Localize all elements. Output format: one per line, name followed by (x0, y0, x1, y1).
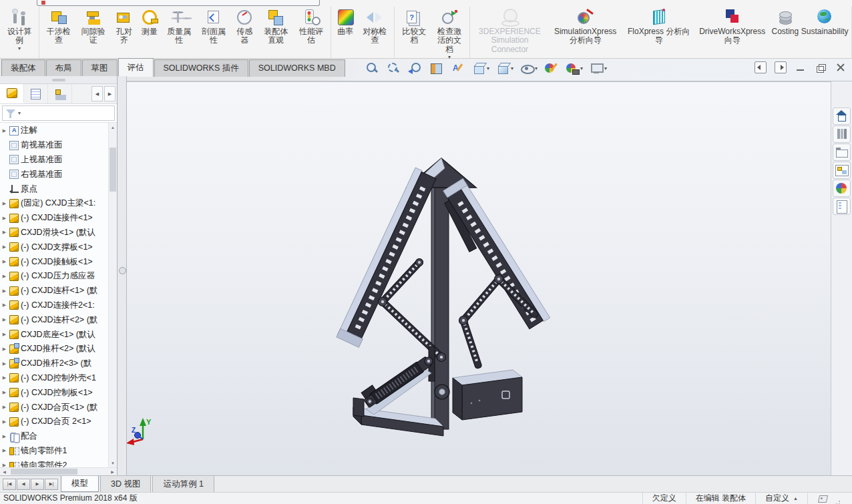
expand-arrow-icon[interactable]: ▶ (1, 288, 7, 294)
previous-tab-button[interactable]: ◀ (17, 479, 30, 490)
tag-icon[interactable] (817, 495, 828, 503)
expand-arrow-icon[interactable]: ▶ (1, 434, 7, 439)
simulationxpress-wizard-button[interactable]: SimulationXpress 分析向导 (548, 7, 623, 52)
tree-item[interactable]: ▶ (-) CXJD支撑板<1> (1, 240, 108, 254)
measure-button[interactable]: 测量 (138, 7, 162, 43)
panel-tab-scroll-right[interactable]: ▶ (104, 86, 116, 101)
scroll-right-icon[interactable]: ▶ (108, 468, 117, 475)
3d-views-tab[interactable]: 3D 视图 (100, 476, 151, 492)
driveworksxpress-wizard-button[interactable]: DriveWorksXpress 向导 (694, 7, 770, 52)
tab-solidworks-addins[interactable]: SOLIDWORKS 插件 (154, 59, 248, 77)
mass-properties-button[interactable]: 质量属性 (162, 7, 196, 52)
zoom-to-fit-icon[interactable] (364, 61, 381, 75)
apply-scene-icon[interactable]: ▾ (564, 61, 584, 75)
panel-splitter[interactable] (118, 76, 127, 475)
interference-check-button[interactable]: 干涉检查 (41, 7, 76, 52)
tree-item[interactable]: ▶ (-) CXJD控制板<1> (1, 385, 108, 400)
tree-item[interactable]: ▶ (-) CXJD控制外壳<1 (1, 371, 108, 386)
expand-arrow-icon[interactable]: ▶ (1, 317, 7, 322)
featuremanager-tree-tab[interactable] (0, 84, 24, 103)
view-palette-icon[interactable] (833, 162, 851, 179)
hide-show-items-icon[interactable]: ▾ (519, 61, 539, 75)
tab-evaluate[interactable]: 评估 (118, 58, 154, 77)
close-button[interactable] (835, 61, 847, 73)
section-properties-button[interactable]: 剖面属性 (196, 7, 231, 52)
view-orientation-icon[interactable]: ▾ (471, 61, 491, 75)
tree-item[interactable]: ▶ (-) CXJD连接件2<1: (1, 298, 108, 313)
tree-item[interactable]: ▶ CXJD推杆2<3> (默 (1, 356, 108, 371)
tree-item[interactable]: ▶ (-) CXJD压力感应器 (1, 269, 108, 284)
expand-arrow-icon[interactable]: ▶ (1, 361, 7, 366)
tree-item[interactable]: ▶ (-) CXJD连接件<1> (1, 211, 108, 226)
minimize-button[interactable] (795, 61, 807, 73)
tree-item[interactable]: ▶ (-) CXJD连杆<1> (默 (1, 284, 108, 298)
check-active-document-button[interactable]: 检查激活的文档 ▾ (431, 7, 467, 61)
tree-item[interactable]: ▶ 配合 (1, 429, 108, 444)
expand-arrow-icon[interactable]: ▶ (1, 375, 7, 381)
scroll-left-icon[interactable]: ◀ (0, 468, 9, 475)
expand-arrow-icon[interactable]: ▶ (1, 332, 7, 337)
tree-vertical-scrollbar[interactable]: ▲ ▼ (108, 123, 117, 467)
tree-item[interactable]: ▶ (-) CXJD接触板<1> (1, 254, 108, 269)
last-tab-button[interactable]: ▶| (45, 479, 58, 490)
first-tab-button[interactable]: |◀ (3, 479, 16, 490)
expand-arrow-icon[interactable]: ▶ (1, 448, 7, 453)
custom-status-menu[interactable]: 自定义 ▲ (755, 493, 807, 504)
collapse-left-pane-button[interactable] (755, 61, 767, 73)
annotation-views-icon[interactable] (449, 61, 467, 75)
expand-arrow-icon[interactable]: ▶ (1, 128, 7, 134)
panel-tab-scroll-left[interactable]: ◀ (91, 86, 103, 101)
tree-horizontal-scrollbar[interactable]: ◀ ▶ (0, 467, 117, 475)
graphics-viewport[interactable]: Y X Z (127, 81, 831, 475)
expand-arrow-icon[interactable]: ▶ (1, 346, 7, 352)
scrollbar-thumb[interactable] (11, 469, 77, 475)
configurationmanager-tab[interactable] (48, 84, 72, 103)
scrollbar-thumb[interactable] (110, 148, 116, 192)
scroll-up-icon[interactable]: ▲ (109, 123, 117, 132)
sustainability-button[interactable]: Sustainability (800, 7, 849, 43)
curvature-button[interactable]: 曲率 (333, 7, 358, 43)
appearances-scenes-icon[interactable] (833, 180, 851, 197)
performance-evaluation-button[interactable]: 性能评估 (294, 7, 329, 52)
tab-sketch[interactable]: 草图 (82, 59, 118, 77)
tree-item[interactable]: ▶ 镜向零部件2 (1, 458, 108, 467)
display-style-icon[interactable]: ▾ (495, 61, 515, 75)
scroll-down-icon[interactable]: ▼ (109, 459, 117, 467)
tree-item[interactable]: ▶ (固定) CXJD主梁<1: (1, 196, 108, 211)
symmetry-check-button[interactable]: 对称检查 (357, 7, 392, 52)
view-settings-icon[interactable]: ▾ (588, 61, 608, 75)
file-explorer-icon[interactable] (833, 144, 851, 161)
sensor-button[interactable]: 传感器 (231, 7, 258, 52)
panel-splitter-grip[interactable] (0, 76, 117, 84)
tree-item[interactable]: 前视基准面 (1, 138, 108, 153)
expand-arrow-icon[interactable]: ▶ (1, 259, 7, 264)
expand-arrow-icon[interactable]: ▶ (1, 405, 7, 410)
tree-item[interactable]: ▶ (-) CXJD连杆<2> (默 (1, 312, 108, 327)
tree-item[interactable]: ▶ (-) CXJD合页 2<1> (1, 415, 108, 429)
expand-arrow-icon[interactable]: ▶ (1, 216, 7, 221)
tree-filter-input[interactable]: ▾ (2, 105, 115, 121)
tree-item[interactable]: ▶ (-) CXJD合页<1> (默 (1, 400, 108, 415)
tree-item[interactable]: 原点 (1, 182, 108, 196)
design-study-button[interactable]: 设计算例 ▾ (2, 7, 37, 52)
costing-button[interactable]: Costing (770, 7, 800, 43)
hole-alignment-button[interactable]: 孔对齐 (110, 7, 137, 52)
design-library-icon[interactable] (833, 125, 851, 143)
tree-item[interactable]: ▶ 镜向零部件1 (1, 444, 108, 459)
floxpress-wizard-button[interactable]: FloXpress 分析向导 (623, 7, 694, 52)
tab-solidworks-mbd[interactable]: SOLIDWORKS MBD (249, 59, 345, 77)
tree-item[interactable]: ▶ CXJD滑块<1> (默认 (1, 226, 108, 240)
assembly-visualization-button[interactable]: 装配体直观 (258, 7, 294, 52)
zoom-to-area-icon[interactable] (385, 61, 403, 75)
section-view-icon[interactable] (428, 61, 445, 75)
expand-arrow-icon[interactable]: ▶ (1, 201, 7, 206)
restore-button[interactable] (815, 61, 827, 73)
next-tab-button[interactable]: ▶ (31, 479, 44, 490)
expand-arrow-icon[interactable]: ▶ (1, 419, 7, 425)
tree-item[interactable]: ▶ 注解 (1, 123, 108, 138)
tab-layout[interactable]: 布局 (46, 59, 81, 77)
expand-arrow-icon[interactable]: ▶ (1, 390, 7, 395)
expand-arrow-icon[interactable]: ▶ (1, 244, 7, 250)
tab-assembly[interactable]: 装配体 (1, 59, 45, 77)
expand-right-pane-button[interactable] (775, 61, 787, 73)
